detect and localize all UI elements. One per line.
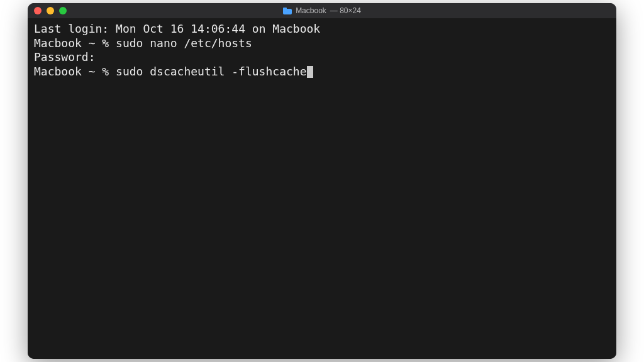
password-label: Password: [34, 50, 96, 63]
terminal-window: Macbook — 80×24 Last login: Mon Oct 16 1… [28, 3, 616, 359]
last-login-label: Last login: [34, 22, 109, 35]
last-login-line: Last login: Mon Oct 16 14:06:44 on Macbo… [34, 22, 610, 36]
folder-icon [283, 8, 292, 14]
command-line-2: Macbook ~ % sudo dscacheutil -flushcache [34, 65, 610, 79]
window-title: Macbook — 80×24 [283, 6, 361, 15]
cursor-icon [307, 66, 313, 78]
minimize-button[interactable] [47, 7, 54, 14]
maximize-button[interactable] [59, 7, 67, 14]
command-2: sudo dscacheutil -flushcache [116, 65, 306, 78]
prompt-1: Macbook ~ % [34, 36, 116, 50]
close-button[interactable] [34, 7, 42, 14]
command-1: sudo nano /etc/hosts [116, 36, 252, 50]
command-line-1: Macbook ~ % sudo nano /etc/hosts [34, 36, 610, 51]
prompt-2: Macbook ~ % [34, 65, 116, 78]
last-login-value: Mon Oct 16 14:06:44 on Macbook [116, 22, 320, 35]
title-bar[interactable]: Macbook — 80×24 [28, 3, 616, 18]
title-dims: — 80×24 [330, 6, 361, 15]
title-host: Macbook [296, 6, 326, 15]
password-line: Password: [34, 50, 610, 65]
traffic-lights [34, 7, 67, 14]
terminal-body[interactable]: Last login: Mon Oct 16 14:06:44 on Macbo… [28, 18, 616, 359]
